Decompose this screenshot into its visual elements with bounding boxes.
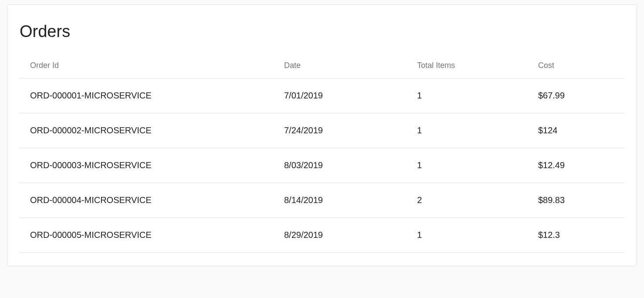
orders-card: Orders Order Id Date Total Items Cost OR…	[7, 4, 637, 266]
cell-cost: $67.99	[528, 78, 624, 113]
orders-table: Order Id Date Total Items Cost ORD-00000…	[20, 53, 624, 253]
cell-order-id: ORD-000002-MICROSERVICE	[20, 113, 274, 148]
table-row[interactable]: ORD-000001-MICROSERVICE 7/01/2019 1 $67.…	[20, 78, 624, 113]
col-header-cost: Cost	[528, 53, 624, 78]
table-row[interactable]: ORD-000004-MICROSERVICE 8/14/2019 2 $89.…	[20, 183, 624, 218]
cell-total-items: 2	[407, 183, 528, 218]
cell-total-items: 1	[407, 218, 528, 253]
cell-date: 7/24/2019	[274, 113, 407, 148]
cell-total-items: 1	[407, 148, 528, 183]
cell-date: 8/29/2019	[274, 218, 407, 253]
cell-cost: $12.49	[528, 148, 624, 183]
col-header-total-items: Total Items	[407, 53, 528, 78]
cell-cost: $12.3	[528, 218, 624, 253]
cell-date: 8/03/2019	[274, 148, 407, 183]
cell-cost: $89.83	[528, 183, 624, 218]
cell-date: 7/01/2019	[274, 78, 407, 113]
table-row[interactable]: ORD-000005-MICROSERVICE 8/29/2019 1 $12.…	[20, 218, 624, 253]
cell-order-id: ORD-000003-MICROSERVICE	[20, 148, 274, 183]
table-header-row: Order Id Date Total Items Cost	[20, 53, 624, 78]
col-header-order-id: Order Id	[20, 53, 274, 78]
cell-order-id: ORD-000004-MICROSERVICE	[20, 183, 274, 218]
cell-cost: $124	[528, 113, 624, 148]
cell-order-id: ORD-000001-MICROSERVICE	[20, 78, 274, 113]
cell-order-id: ORD-000005-MICROSERVICE	[20, 218, 274, 253]
page-title: Orders	[20, 22, 624, 41]
col-header-date: Date	[274, 53, 407, 78]
cell-total-items: 1	[407, 113, 528, 148]
table-row[interactable]: ORD-000002-MICROSERVICE 7/24/2019 1 $124	[20, 113, 624, 148]
cell-date: 8/14/2019	[274, 183, 407, 218]
cell-total-items: 1	[407, 78, 528, 113]
table-row[interactable]: ORD-000003-MICROSERVICE 8/03/2019 1 $12.…	[20, 148, 624, 183]
